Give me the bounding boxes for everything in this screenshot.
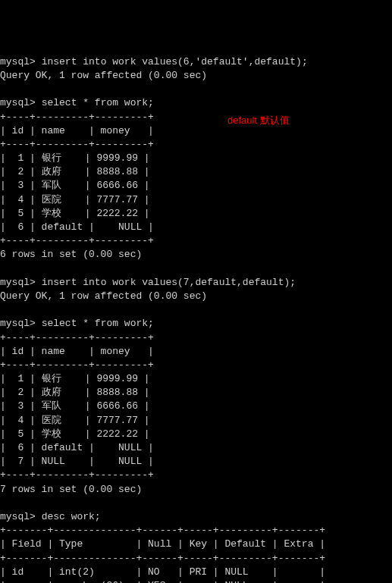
table-row: | 4 | 医院 | 7777.77 | <box>0 194 150 205</box>
sql-command: select * from work; <box>42 97 154 108</box>
table-row: | 6 | default | NULL | <box>0 442 154 453</box>
table-row: | 3 | 军队 | 6666.66 | <box>0 400 150 412</box>
desc-border: +-------+--------------+------+-----+---… <box>0 525 325 536</box>
sql-command: insert into work values(7,default,defaul… <box>42 277 296 288</box>
query-result: Query OK, 1 row affected (0.00 sec) <box>0 70 207 81</box>
prompt: mysql> <box>0 97 36 108</box>
table-row: | 7 | NULL | NULL | <box>0 456 154 467</box>
table-border: +----+---------+---------+ <box>0 235 154 246</box>
table-row: | 4 | 医院 | 7777.77 | <box>0 415 150 426</box>
table-row: | 5 | 学校 | 2222.22 | <box>0 428 150 440</box>
sql-command: select * from work; <box>42 318 154 329</box>
desc-row: | name | varchar(36) | YES | | NULL | | <box>0 580 325 583</box>
table-row: | 6 | default | NULL | <box>0 221 154 233</box>
table-row: | 5 | 学校 | 2222.22 | <box>0 208 150 219</box>
table-row: | 2 | 政府 | 8888.88 | <box>0 166 150 177</box>
row-count: 6 rows in set (0.00 sec) <box>0 249 142 260</box>
desc-row: | id | int(2) | NO | PRI | NULL | | <box>0 566 325 578</box>
terminal-output: mysql> insert into work values(6,'defaul… <box>0 55 392 583</box>
sql-command: desc work; <box>42 511 101 522</box>
table-border: +----+---------+---------+ <box>0 332 154 343</box>
desc-header: | Field | Type | Null | Key | Default | … <box>0 538 325 550</box>
prompt: mysql> <box>0 277 36 288</box>
prompt: mysql> <box>0 318 36 329</box>
table-header: | id | name | money | <box>0 125 154 136</box>
table-border: +----+---------+---------+ <box>0 469 154 481</box>
annotation-label: default 默认值 <box>227 114 290 127</box>
sql-command: insert into work values(6,'default',defa… <box>42 56 308 67</box>
table-border: +----+---------+---------+ <box>0 139 154 150</box>
table-row: | 1 | 银行 | 9999.99 | <box>0 152 150 164</box>
table-row: | 3 | 军队 | 6666.66 | <box>0 180 150 191</box>
table-border: +----+---------+---------+ <box>0 359 154 371</box>
query-result: Query OK, 1 row affected (0.00 sec) <box>0 290 207 302</box>
prompt: mysql> <box>0 56 36 67</box>
table-border: +----+---------+---------+ <box>0 111 154 123</box>
row-count: 7 rows in set (0.00 sec) <box>0 484 142 495</box>
table-row: | 2 | 政府 | 8888.88 | <box>0 387 150 398</box>
prompt: mysql> <box>0 511 36 522</box>
desc-border: +-------+--------------+------+-----+---… <box>0 553 325 564</box>
table-header: | id | name | money | <box>0 346 154 357</box>
table-row: | 1 | 银行 | 9999.99 | <box>0 373 150 384</box>
